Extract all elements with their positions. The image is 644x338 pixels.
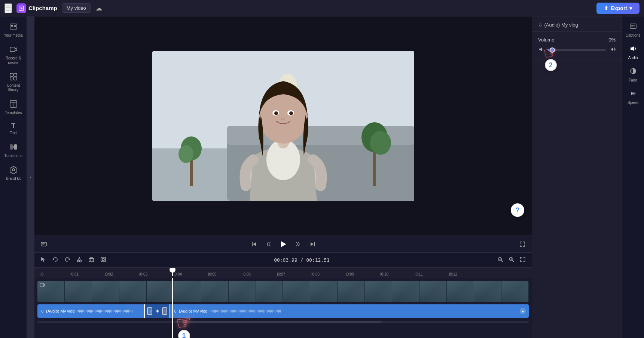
- help-button[interactable]: ?: [511, 203, 524, 217]
- right-tab-speed[interactable]: Speed: [623, 87, 643, 108]
- right-tab-captions[interactable]: Captions: [623, 19, 643, 40]
- fit-timeline-button[interactable]: [518, 255, 527, 265]
- cloud-sync-icon: ☁: [95, 4, 102, 12]
- timeline-scrollbar[interactable]: [37, 321, 529, 325]
- ctrl-right-group: [519, 241, 526, 248]
- sidebar-label-transitions: Transitions: [4, 154, 22, 158]
- audio-waveform-right: (function(){ const heights = [5,8,6,4,9,…: [210, 310, 518, 313]
- zoom-in-button[interactable]: [507, 255, 516, 265]
- svg-point-29: [178, 145, 193, 163]
- panel-music-icon: ♫: [538, 22, 542, 28]
- video-track-row: (function(){ const framesHtml = []; for(…: [37, 281, 529, 302]
- audio-tab-label: Audio: [628, 56, 638, 60]
- svg-marker-46: [281, 241, 286, 247]
- brand-kit-icon: [9, 166, 18, 175]
- sidebar-label-content-library: Contentlibrary: [7, 83, 20, 92]
- menu-button[interactable]: ☰: [4, 3, 12, 13]
- svg-point-53: [80, 260, 82, 262]
- fullscreen-button[interactable]: [519, 241, 526, 248]
- volume-label: Volume: [538, 37, 554, 43]
- right-tab-audio[interactable]: Audio: [623, 42, 643, 63]
- ctrl-left-group: [40, 241, 47, 248]
- svg-rect-60: [90, 257, 92, 258]
- audio-tab-icon: [629, 45, 637, 54]
- skip-to-start-button[interactable]: [251, 241, 257, 248]
- audio-track-right[interactable]: ♫ (Audio) My vlog (function(){ const hei…: [170, 304, 529, 318]
- scrollbar-thumb[interactable]: [185, 321, 381, 323]
- sidebar-item-templates[interactable]: Templates: [1, 97, 25, 118]
- undo-button[interactable]: [51, 255, 60, 265]
- zoom-out-button[interactable]: [496, 255, 505, 265]
- sidebar-label-templates: Templates: [5, 111, 22, 115]
- svg-rect-13: [10, 101, 17, 107]
- video-thumbnail: [152, 51, 414, 201]
- audio-track[interactable]: ♫ (Audio) My vlog (function(){ const hei…: [37, 304, 529, 318]
- skip-to-end-button[interactable]: [309, 241, 316, 248]
- svg-marker-7: [15, 48, 17, 51]
- svg-line-69: [513, 261, 514, 262]
- volume-value: 0%: [608, 37, 616, 43]
- fast-forward-button[interactable]: [295, 241, 302, 248]
- sidebar-item-transitions[interactable]: Transitions: [1, 140, 25, 161]
- audio-split-handle[interactable]: ⏸ ⏸: [144, 304, 170, 318]
- volume-row: Volume 0%: [538, 37, 616, 43]
- svg-rect-41: [41, 242, 46, 246]
- svg-rect-61: [101, 257, 106, 262]
- cursor-hand-icon-2: ☞: [542, 42, 559, 63]
- delete-button[interactable]: [87, 255, 96, 265]
- svg-point-40: [289, 111, 293, 115]
- video-container: 16:9: [152, 51, 414, 201]
- split-handle-right[interactable]: ⏸: [162, 307, 167, 315]
- svg-point-39: [274, 111, 278, 115]
- sidebar-item-brand-kit[interactable]: Brand kit: [1, 163, 25, 184]
- svg-marker-80: [631, 46, 634, 51]
- sidebar-collapse-button[interactable]: ‹: [27, 16, 34, 338]
- select-tool-button[interactable]: [39, 255, 48, 265]
- export-button[interactable]: ⬆ Export ▾: [596, 3, 640, 14]
- center-area: 16:9: [34, 16, 532, 338]
- cursor-annotation-2: ☞ 2: [543, 43, 558, 71]
- zoom-controls: [496, 255, 527, 265]
- right-tabs: Captions Audio Fade Speed: [622, 16, 644, 338]
- redo-button[interactable]: [63, 255, 72, 265]
- cut-tool-button[interactable]: [75, 255, 84, 265]
- svg-point-62: [102, 258, 104, 261]
- sidebar-label-brand-kit: Brand kit: [6, 176, 21, 181]
- logo-icon: [16, 3, 26, 13]
- audio-track-end-handle[interactable]: ●: [520, 308, 526, 314]
- scrollbar-track: [37, 321, 529, 323]
- timeline-ruler: |0 |0:01 |0:02 |0:03 |0:04 |0:05 |0:06 |…: [34, 268, 532, 278]
- svg-marker-51: [68, 258, 70, 260]
- captions-tab-icon: [629, 22, 637, 32]
- svg-point-32: [370, 131, 391, 155]
- right-tab-fade[interactable]: Fade: [623, 64, 643, 85]
- speed-tab-icon: [629, 90, 637, 99]
- record-create-icon: [9, 45, 18, 55]
- split-handle-left[interactable]: ⏸: [147, 307, 152, 315]
- audio-track-label-left: (Audio) My vlog: [46, 309, 74, 313]
- play-pause-button[interactable]: [279, 240, 287, 248]
- svg-point-52: [77, 260, 79, 262]
- sidebar-item-record-create[interactable]: Record &create: [1, 42, 25, 68]
- sidebar-item-your-media[interactable]: Your media: [1, 19, 25, 41]
- text-icon: T: [11, 123, 15, 129]
- rewind-button[interactable]: [265, 241, 272, 248]
- sidebar-item-text[interactable]: T Text: [1, 120, 25, 138]
- cursor-hand-icon-1: ☞: [174, 311, 193, 334]
- export-icon: ⬆: [604, 5, 608, 11]
- sidebar-item-content-library[interactable]: Contentlibrary: [1, 70, 25, 95]
- project-name[interactable]: My video: [62, 3, 91, 13]
- captions-toggle-button[interactable]: [40, 241, 47, 248]
- audio-track-left[interactable]: ♫ (Audio) My vlog (function(){ const hei…: [37, 304, 170, 318]
- export-label: Export: [611, 5, 627, 11]
- svg-marker-73: [155, 309, 158, 313]
- svg-marker-71: [44, 284, 45, 286]
- record-narration-button[interactable]: [99, 255, 108, 265]
- svg-rect-77: [630, 24, 636, 28]
- video-track[interactable]: (function(){ const framesHtml = []; for(…: [37, 281, 529, 302]
- panel-title-text: (Audio) My vlog: [544, 22, 578, 28]
- speed-tab-label: Speed: [628, 101, 638, 105]
- right-panel-header: ♫ (Audio) My vlog: [532, 16, 622, 32]
- sidebar-label-text: Text: [10, 131, 16, 135]
- svg-rect-17: [14, 144, 17, 150]
